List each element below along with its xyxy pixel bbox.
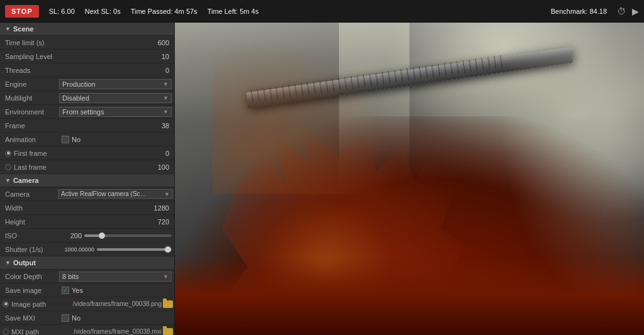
prop-label-camera: Camera [0,189,57,199]
multilight-select[interactable]: Disabled ▼ [59,93,172,103]
prop-value-sampling[interactable]: 10 [57,52,174,62]
prop-row-frame: Frame 38 [0,119,174,133]
mxi-path-radio[interactable] [3,329,9,335]
benchmark-stat: Benchmark: 84.18 [551,8,607,15]
iso-slider-track[interactable] [84,234,172,237]
first-frame-radio[interactable] [5,150,11,157]
prop-row-iso: ISO 200 [0,229,174,243]
prop-label-height: Height [0,217,57,227]
next-sl-stat: Next SL: 0s [85,8,121,15]
output-section-header[interactable]: ▼ Output [0,256,174,270]
main-layout: ▼ Scene Time limit (s) 600 Sampling Leve… [0,23,644,335]
prop-label-threads: Threads [0,65,57,75]
prop-label-iso: ISO [0,231,57,241]
scene-right-light [480,23,644,335]
last-frame-label: Last frame [14,163,47,171]
shutter-slider-container: 1000.00000 [57,245,174,254]
render-viewport [175,23,644,335]
scene-collapse-arrow: ▼ [5,26,11,32]
prop-label-save-image: Save image [0,285,57,295]
iso-value: 200 [57,232,82,239]
mxi-path-label: MXI path [11,328,39,336]
prop-row-time-limit: Time limit (s) 600 [0,36,174,50]
prop-label-shutter: Shutter (1/s) [0,244,57,255]
color-depth-select[interactable]: 8 bits ▼ [59,272,172,282]
prop-label-time-limit: Time limit (s) [0,38,57,48]
prop-row-height: Height 720 [0,215,174,229]
output-section-title: Output [13,259,36,266]
prop-value-threads[interactable]: 0 [57,65,174,75]
iso-slider-thumb[interactable] [99,233,105,239]
camera-section-header[interactable]: ▼ Camera [0,174,174,187]
prop-row-environment: Environment From settings ▼ [0,105,174,119]
first-frame-value[interactable]: 0 [165,150,169,157]
sidebar: ▼ Scene Time limit (s) 600 Sampling Leve… [0,23,175,335]
prop-row-width: Width 1280 [0,201,174,215]
prop-row-camera: Camera Active RealFlow camera (SceneCame… [0,187,174,201]
save-image-checkbox[interactable]: ✓ [62,287,69,294]
environment-select[interactable]: From settings ▼ [59,107,172,117]
prop-row-animation: Animation No [0,133,174,146]
prop-row-mxi-path: MXI path /video/frames/frame_00038.mxi [0,325,174,335]
chevron-right-icon[interactable]: ▶ [632,6,639,16]
last-frame-radio[interactable] [5,164,11,170]
save-mxi-checkbox-row: No [62,314,169,322]
top-bar: STOP SL: 6.00 Next SL: 0s Time Passed: 4… [0,0,644,23]
scene-section-title: Scene [13,25,33,33]
top-bar-icons: ⏱ ▶ [617,6,639,16]
image-path-folder-icon[interactable] [163,300,173,308]
shutter-value: 1000.00000 [57,246,94,253]
prop-row-save-mxi: Save MXI No [0,311,174,325]
animation-checkbox-row: No [62,136,169,143]
prop-value-height[interactable]: 720 [57,217,174,227]
prop-row-sampling: Sampling Level 10 [0,50,174,63]
prop-label-engine: Engine [0,79,57,89]
render-scene [175,23,644,335]
scene-section-header[interactable]: ▼ Scene [0,23,174,36]
camera-collapse-arrow: ▼ [5,177,11,184]
prop-label-multilight: Multilight [0,93,57,103]
time-passed-stat: Time Passed: 4m 57s [131,8,197,15]
camera-select[interactable]: Active RealFlow camera (SceneCame... ▼ [58,189,173,199]
prop-label-frame: Frame [0,121,57,131]
image-path-value[interactable]: /video/frames/frame_00038.png [73,300,162,307]
clock-icon[interactable]: ⏱ [617,6,626,16]
prop-label-animation: Animation [0,135,57,145]
iso-slider-container: 200 [57,231,174,241]
animation-checkbox-container: No [57,135,174,145]
mxi-path-row-container: MXI path [0,328,72,336]
mxi-path-value[interactable]: /video/frames/frame_00038.mxi [74,328,162,335]
first-frame-label: First frame [14,150,47,157]
prop-row-image-path: Image path /video/frames/frame_00038.png [0,297,174,311]
image-path-radio[interactable] [3,301,9,307]
shutter-slider-track[interactable] [97,248,172,251]
scene-droplets [213,38,400,195]
output-collapse-arrow: ▼ [5,260,11,266]
prop-row-first-frame: First frame 0 [0,146,174,160]
image-path-label: Image path [11,300,46,308]
stop-button[interactable]: STOP [5,5,39,18]
sl-stat: SL: 6.00 [49,8,75,15]
prop-label-color-depth: Color Depth [0,272,57,282]
prop-row-last-frame: Last frame 100 [0,160,174,174]
save-mxi-label: No [72,314,80,322]
shutter-slider-thumb[interactable] [165,246,171,253]
prop-label-environment: Environment [0,107,57,117]
animation-checkbox[interactable] [62,136,69,143]
prop-value-width[interactable]: 1280 [57,203,174,213]
save-image-label: Yes [72,287,83,294]
save-image-checkbox-row: ✓ Yes [62,287,169,294]
last-frame-row: Last frame 100 [0,162,174,172]
prop-value-frame[interactable]: 38 [57,121,174,131]
prop-row-multilight: Multilight Disabled ▼ [0,91,174,105]
prop-value-time-limit[interactable]: 600 [57,38,174,48]
image-path-file-row: /video/frames/frame_00038.png [72,300,174,309]
mxi-path-folder-icon[interactable] [163,328,173,336]
last-frame-value[interactable]: 100 [158,163,169,171]
prop-row-threads: Threads 0 [0,63,174,77]
prop-row-engine: Engine Production ▼ [0,77,174,91]
prop-row-shutter: Shutter (1/s) 1000.00000 [0,243,174,256]
prop-label-sampling: Sampling Level [0,52,57,62]
engine-select[interactable]: Production ▼ [59,79,172,89]
save-mxi-checkbox[interactable] [62,314,69,322]
